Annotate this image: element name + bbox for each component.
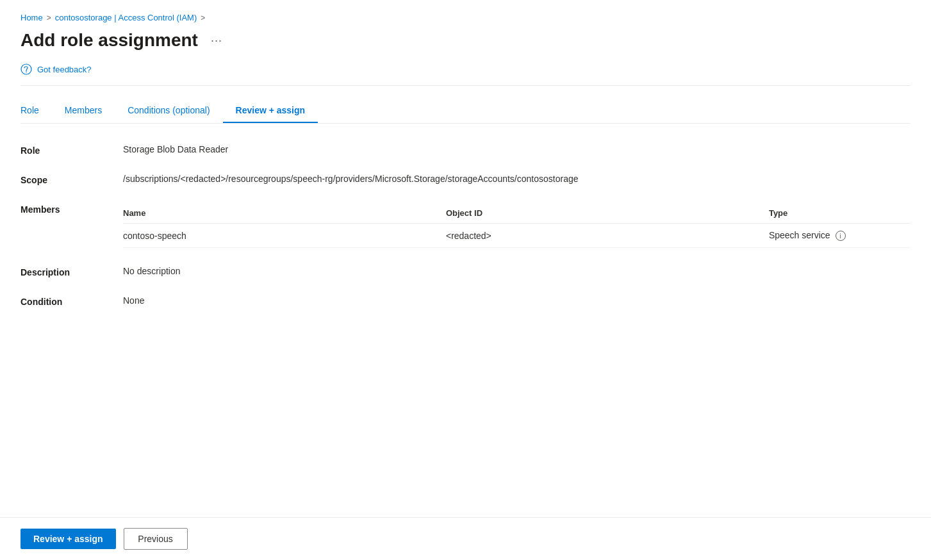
members-content: Name Object ID Type contoso-speech <reda… [123,203,910,248]
table-row: contoso-speech <redacted> Speech service… [123,224,910,248]
description-row: Description No description [21,266,910,277]
members-table: Name Object ID Type contoso-speech <reda… [123,203,910,248]
condition-value: None [123,295,144,306]
scope-label: Scope [21,174,97,185]
divider [21,85,910,86]
page-title: Add role assignment [21,30,198,51]
tabs-container: Role Members Conditions (optional) Revie… [21,99,910,124]
breadcrumb-home[interactable]: Home [21,13,43,22]
col-type: Type [769,203,910,224]
tab-conditions[interactable]: Conditions (optional) [115,99,222,123]
members-row: Members Name Object ID Type cont [21,203,910,248]
breadcrumb-sep-1: > [47,13,51,22]
member-object-id: <redacted> [446,224,769,248]
condition-row: Condition None [21,295,910,307]
tab-members[interactable]: Members [52,99,115,123]
role-row: Role Storage Blob Data Reader [21,144,910,156]
scope-value: /subscriptions/<redacted>/resourcegroups… [123,174,579,184]
tab-role[interactable]: Role [21,99,52,123]
svg-point-0 [21,64,31,74]
role-label: Role [21,144,97,156]
condition-label: Condition [21,295,97,307]
more-options-button[interactable]: ··· [206,31,227,50]
scope-row: Scope /subscriptions/<redacted>/resource… [21,174,910,185]
breadcrumb: Home > contosostorage | Access Control (… [21,13,910,22]
page-header: Add role assignment ··· [21,30,910,51]
feedback-bar[interactable]: Got feedback? [21,63,910,75]
feedback-icon [21,63,32,75]
members-label: Members [21,203,97,215]
feedback-label: Got feedback? [37,65,92,74]
role-value: Storage Blob Data Reader [123,144,228,154]
member-name: contoso-speech [123,224,446,248]
col-object-id: Object ID [446,203,769,224]
tab-review-assign[interactable]: Review + assign [223,99,318,123]
info-icon[interactable]: i [836,231,846,241]
col-name: Name [123,203,446,224]
breadcrumb-sep-2: > [201,13,205,22]
svg-point-1 [26,72,26,72]
description-value: No description [123,266,181,276]
description-label: Description [21,266,97,277]
content-section: Role Storage Blob Data Reader Scope /sub… [21,144,910,307]
breadcrumb-iam[interactable]: contosostorage | Access Control (IAM) [55,13,197,22]
member-type: Speech service i [769,224,910,248]
